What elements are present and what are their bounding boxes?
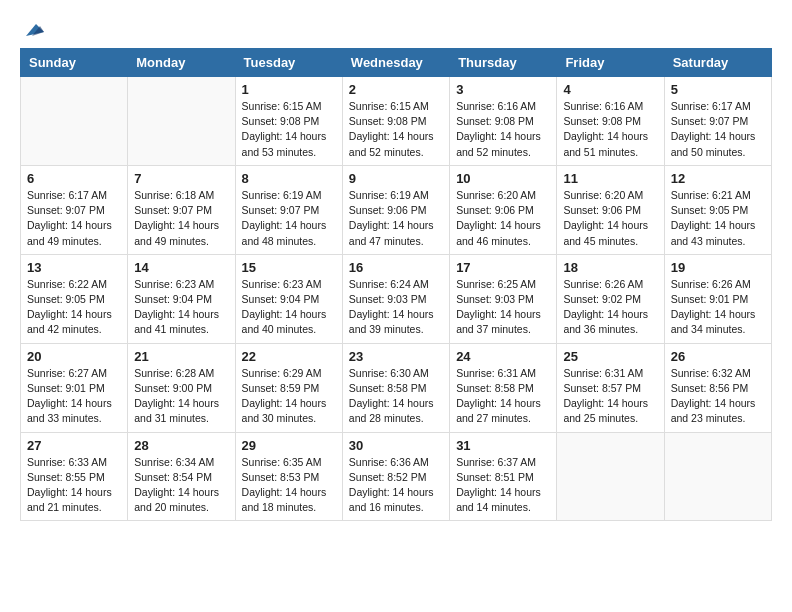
calendar-day-cell: 18Sunrise: 6:26 AM Sunset: 9:02 PM Dayli… [557, 254, 664, 343]
day-info: Sunrise: 6:26 AM Sunset: 9:02 PM Dayligh… [563, 277, 657, 338]
day-number: 9 [349, 171, 443, 186]
calendar-day-cell: 26Sunrise: 6:32 AM Sunset: 8:56 PM Dayli… [664, 343, 771, 432]
day-number: 12 [671, 171, 765, 186]
day-info: Sunrise: 6:20 AM Sunset: 9:06 PM Dayligh… [563, 188, 657, 249]
calendar-day-cell: 19Sunrise: 6:26 AM Sunset: 9:01 PM Dayli… [664, 254, 771, 343]
calendar-day-cell: 6Sunrise: 6:17 AM Sunset: 9:07 PM Daylig… [21, 165, 128, 254]
calendar-day-cell: 10Sunrise: 6:20 AM Sunset: 9:06 PM Dayli… [450, 165, 557, 254]
day-info: Sunrise: 6:33 AM Sunset: 8:55 PM Dayligh… [27, 455, 121, 516]
calendar-header-row: SundayMondayTuesdayWednesdayThursdayFrid… [21, 49, 772, 77]
calendar-day-cell: 13Sunrise: 6:22 AM Sunset: 9:05 PM Dayli… [21, 254, 128, 343]
day-info: Sunrise: 6:21 AM Sunset: 9:05 PM Dayligh… [671, 188, 765, 249]
calendar-day-cell: 27Sunrise: 6:33 AM Sunset: 8:55 PM Dayli… [21, 432, 128, 521]
day-info: Sunrise: 6:25 AM Sunset: 9:03 PM Dayligh… [456, 277, 550, 338]
day-number: 26 [671, 349, 765, 364]
calendar-week-row: 6Sunrise: 6:17 AM Sunset: 9:07 PM Daylig… [21, 165, 772, 254]
column-header-thursday: Thursday [450, 49, 557, 77]
day-info: Sunrise: 6:26 AM Sunset: 9:01 PM Dayligh… [671, 277, 765, 338]
calendar-day-cell: 14Sunrise: 6:23 AM Sunset: 9:04 PM Dayli… [128, 254, 235, 343]
day-number: 6 [27, 171, 121, 186]
day-number: 13 [27, 260, 121, 275]
day-number: 8 [242, 171, 336, 186]
column-header-friday: Friday [557, 49, 664, 77]
calendar-day-cell: 20Sunrise: 6:27 AM Sunset: 9:01 PM Dayli… [21, 343, 128, 432]
logo [20, 20, 44, 38]
page-header [20, 20, 772, 38]
calendar-day-cell: 15Sunrise: 6:23 AM Sunset: 9:04 PM Dayli… [235, 254, 342, 343]
day-number: 15 [242, 260, 336, 275]
column-header-monday: Monday [128, 49, 235, 77]
day-number: 31 [456, 438, 550, 453]
day-info: Sunrise: 6:17 AM Sunset: 9:07 PM Dayligh… [671, 99, 765, 160]
logo-icon [22, 22, 44, 38]
calendar-day-cell: 31Sunrise: 6:37 AM Sunset: 8:51 PM Dayli… [450, 432, 557, 521]
calendar-day-cell: 30Sunrise: 6:36 AM Sunset: 8:52 PM Dayli… [342, 432, 449, 521]
day-number: 18 [563, 260, 657, 275]
day-info: Sunrise: 6:35 AM Sunset: 8:53 PM Dayligh… [242, 455, 336, 516]
day-number: 25 [563, 349, 657, 364]
day-number: 19 [671, 260, 765, 275]
calendar-week-row: 20Sunrise: 6:27 AM Sunset: 9:01 PM Dayli… [21, 343, 772, 432]
day-number: 27 [27, 438, 121, 453]
day-info: Sunrise: 6:37 AM Sunset: 8:51 PM Dayligh… [456, 455, 550, 516]
calendar-day-cell: 5Sunrise: 6:17 AM Sunset: 9:07 PM Daylig… [664, 77, 771, 166]
calendar-day-cell: 11Sunrise: 6:20 AM Sunset: 9:06 PM Dayli… [557, 165, 664, 254]
day-number: 16 [349, 260, 443, 275]
day-info: Sunrise: 6:23 AM Sunset: 9:04 PM Dayligh… [134, 277, 228, 338]
day-info: Sunrise: 6:23 AM Sunset: 9:04 PM Dayligh… [242, 277, 336, 338]
day-number: 11 [563, 171, 657, 186]
day-number: 10 [456, 171, 550, 186]
column-header-saturday: Saturday [664, 49, 771, 77]
day-info: Sunrise: 6:16 AM Sunset: 9:08 PM Dayligh… [456, 99, 550, 160]
day-number: 29 [242, 438, 336, 453]
calendar-day-cell: 29Sunrise: 6:35 AM Sunset: 8:53 PM Dayli… [235, 432, 342, 521]
calendar-day-cell [21, 77, 128, 166]
day-info: Sunrise: 6:24 AM Sunset: 9:03 PM Dayligh… [349, 277, 443, 338]
day-number: 20 [27, 349, 121, 364]
calendar-day-cell: 1Sunrise: 6:15 AM Sunset: 9:08 PM Daylig… [235, 77, 342, 166]
calendar-day-cell: 2Sunrise: 6:15 AM Sunset: 9:08 PM Daylig… [342, 77, 449, 166]
day-number: 3 [456, 82, 550, 97]
day-number: 4 [563, 82, 657, 97]
day-info: Sunrise: 6:19 AM Sunset: 9:06 PM Dayligh… [349, 188, 443, 249]
column-header-tuesday: Tuesday [235, 49, 342, 77]
day-number: 14 [134, 260, 228, 275]
day-number: 17 [456, 260, 550, 275]
day-number: 24 [456, 349, 550, 364]
day-info: Sunrise: 6:36 AM Sunset: 8:52 PM Dayligh… [349, 455, 443, 516]
column-header-sunday: Sunday [21, 49, 128, 77]
calendar-day-cell: 24Sunrise: 6:31 AM Sunset: 8:58 PM Dayli… [450, 343, 557, 432]
day-info: Sunrise: 6:27 AM Sunset: 9:01 PM Dayligh… [27, 366, 121, 427]
day-number: 30 [349, 438, 443, 453]
calendar-day-cell [664, 432, 771, 521]
day-number: 22 [242, 349, 336, 364]
day-info: Sunrise: 6:15 AM Sunset: 9:08 PM Dayligh… [242, 99, 336, 160]
day-info: Sunrise: 6:28 AM Sunset: 9:00 PM Dayligh… [134, 366, 228, 427]
day-info: Sunrise: 6:17 AM Sunset: 9:07 PM Dayligh… [27, 188, 121, 249]
day-info: Sunrise: 6:18 AM Sunset: 9:07 PM Dayligh… [134, 188, 228, 249]
calendar-week-row: 13Sunrise: 6:22 AM Sunset: 9:05 PM Dayli… [21, 254, 772, 343]
day-info: Sunrise: 6:20 AM Sunset: 9:06 PM Dayligh… [456, 188, 550, 249]
day-number: 21 [134, 349, 228, 364]
day-number: 1 [242, 82, 336, 97]
calendar-day-cell: 28Sunrise: 6:34 AM Sunset: 8:54 PM Dayli… [128, 432, 235, 521]
calendar-day-cell: 17Sunrise: 6:25 AM Sunset: 9:03 PM Dayli… [450, 254, 557, 343]
calendar-day-cell: 16Sunrise: 6:24 AM Sunset: 9:03 PM Dayli… [342, 254, 449, 343]
day-info: Sunrise: 6:30 AM Sunset: 8:58 PM Dayligh… [349, 366, 443, 427]
day-info: Sunrise: 6:16 AM Sunset: 9:08 PM Dayligh… [563, 99, 657, 160]
day-info: Sunrise: 6:34 AM Sunset: 8:54 PM Dayligh… [134, 455, 228, 516]
day-number: 7 [134, 171, 228, 186]
calendar-day-cell: 12Sunrise: 6:21 AM Sunset: 9:05 PM Dayli… [664, 165, 771, 254]
calendar-day-cell: 4Sunrise: 6:16 AM Sunset: 9:08 PM Daylig… [557, 77, 664, 166]
calendar-day-cell: 25Sunrise: 6:31 AM Sunset: 8:57 PM Dayli… [557, 343, 664, 432]
day-info: Sunrise: 6:22 AM Sunset: 9:05 PM Dayligh… [27, 277, 121, 338]
calendar-day-cell [128, 77, 235, 166]
day-info: Sunrise: 6:32 AM Sunset: 8:56 PM Dayligh… [671, 366, 765, 427]
day-info: Sunrise: 6:15 AM Sunset: 9:08 PM Dayligh… [349, 99, 443, 160]
day-info: Sunrise: 6:19 AM Sunset: 9:07 PM Dayligh… [242, 188, 336, 249]
calendar-day-cell: 3Sunrise: 6:16 AM Sunset: 9:08 PM Daylig… [450, 77, 557, 166]
day-number: 28 [134, 438, 228, 453]
calendar-day-cell: 21Sunrise: 6:28 AM Sunset: 9:00 PM Dayli… [128, 343, 235, 432]
calendar-day-cell [557, 432, 664, 521]
calendar-week-row: 27Sunrise: 6:33 AM Sunset: 8:55 PM Dayli… [21, 432, 772, 521]
